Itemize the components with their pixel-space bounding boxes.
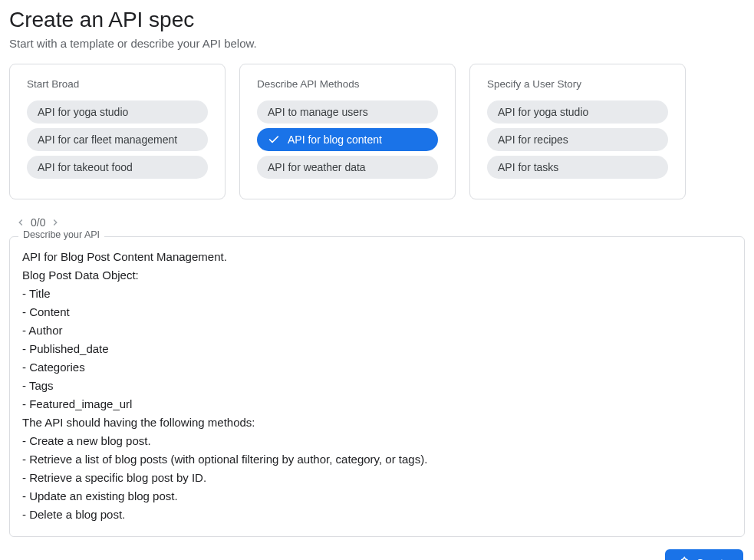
template-chip[interactable]: API for yoga studio	[27, 100, 208, 124]
chevron-right-icon[interactable]	[50, 217, 61, 228]
describe-api-textarea[interactable]: API for Blog Post Content Management. Bl…	[9, 236, 745, 537]
template-card: Start BroadAPI for yoga studioAPI for ca…	[9, 64, 226, 199]
action-row: Create	[0, 537, 754, 560]
template-chip[interactable]: API for blog content	[257, 128, 438, 151]
page-subtitle: Start with a template or describe your A…	[0, 34, 754, 64]
chip-label: API for blog content	[288, 133, 382, 146]
template-chip[interactable]: API for weather data	[257, 156, 438, 179]
template-cards-row: Start BroadAPI for yoga studioAPI for ca…	[0, 64, 754, 199]
create-button[interactable]: Create	[665, 549, 743, 560]
chip-label: API for yoga studio	[498, 106, 588, 118]
card-title: Describe API Methods	[257, 78, 438, 90]
create-button-label: Create	[696, 557, 729, 560]
card-title: Start Broad	[27, 78, 208, 90]
template-chip[interactable]: API for car fleet management	[27, 128, 208, 151]
describe-api-field[interactable]: Describe your API API for Blog Post Cont…	[9, 236, 745, 537]
template-chip[interactable]: API to manage users	[257, 100, 438, 124]
template-chip[interactable]: API for tasks	[487, 156, 668, 179]
chip-label: API for weather data	[268, 161, 366, 173]
template-card: Describe API MethodsAPI to manage usersA…	[239, 64, 456, 199]
template-chip[interactable]: API for recipes	[487, 128, 668, 151]
describe-api-label: Describe your API	[18, 229, 104, 240]
chip-label: API for tasks	[498, 161, 558, 173]
chip-label: API for yoga studio	[38, 106, 128, 118]
magic-wand-icon	[676, 555, 690, 561]
chip-label: API for recipes	[498, 133, 568, 146]
chip-label: API for car fleet management	[38, 133, 177, 146]
pager: 0/0	[0, 199, 754, 232]
chip-label: API to manage users	[268, 106, 368, 118]
chevron-left-icon[interactable]	[15, 217, 26, 228]
card-title: Specify a User Story	[487, 78, 668, 90]
template-chip[interactable]: API for yoga studio	[487, 100, 668, 124]
check-icon	[268, 133, 280, 146]
template-chip[interactable]: API for takeout food	[27, 156, 208, 179]
pager-text: 0/0	[31, 216, 45, 229]
chip-label: API for takeout food	[38, 161, 133, 173]
template-card: Specify a User StoryAPI for yoga studioA…	[469, 64, 686, 199]
page-title: Create an API spec	[0, 0, 754, 34]
